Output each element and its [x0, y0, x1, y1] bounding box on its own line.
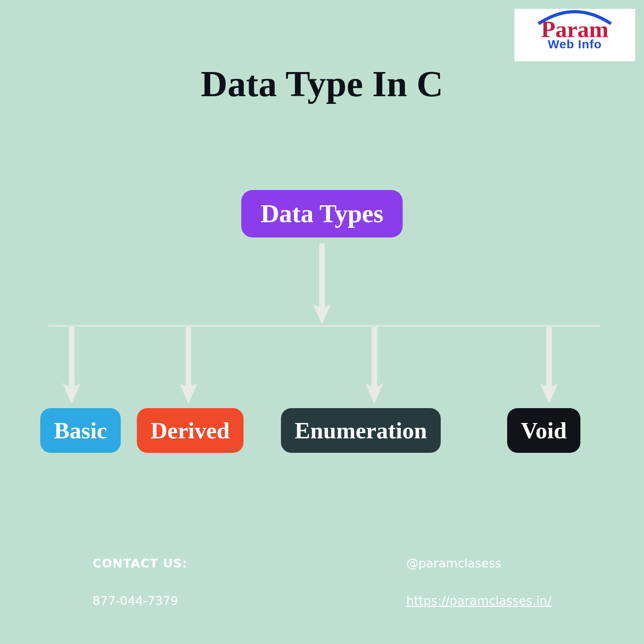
footer-right: @paramclasess https://paramclasses.in/ [407, 556, 551, 608]
connector-line [48, 325, 601, 326]
social-handle: @paramclasess [407, 556, 551, 570]
leaf-derived: Derived [137, 408, 244, 453]
arrow-down-icon [362, 327, 386, 403]
page-title: Data Type In C [201, 62, 443, 105]
logo-brand: Param [541, 19, 609, 40]
footer-left: CONTACT US: 877-044-7379 [93, 556, 188, 608]
leaf-void: Void [507, 408, 580, 453]
website-url[interactable]: https://paramclasses.in/ [407, 594, 551, 608]
arrow-down-icon [310, 244, 334, 324]
leaf-basic: Basic [40, 408, 121, 453]
logo: Param Web Info [514, 9, 635, 61]
arrow-down-icon [537, 327, 561, 403]
contact-phone: 877-044-7379 [93, 594, 188, 608]
leaf-enumeration: Enumeration [281, 408, 441, 453]
arrow-down-icon [60, 327, 84, 403]
arrow-down-icon [176, 327, 200, 403]
footer: CONTACT US: 877-044-7379 @paramclasess h… [93, 556, 551, 608]
root-node: Data Types [241, 190, 402, 237]
contact-label: CONTACT US: [93, 556, 188, 570]
